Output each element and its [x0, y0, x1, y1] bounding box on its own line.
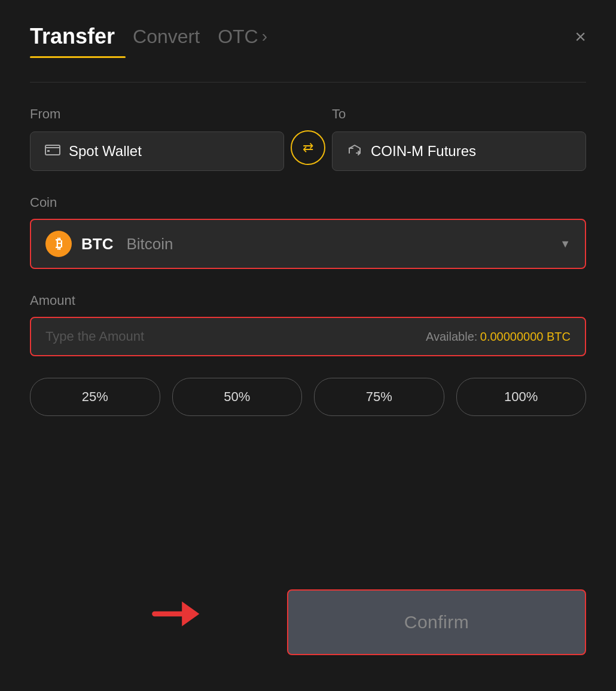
pct-50-button[interactable]: 50% [172, 378, 303, 416]
chevron-right-icon: › [262, 27, 267, 46]
coin-section: Coin ₿ BTC Bitcoin ▼ [30, 195, 586, 269]
to-column: To COIN-M Futures [332, 106, 586, 171]
modal-header: Transfer Convert OTC › × [30, 24, 586, 49]
coin-label: Coin [30, 195, 586, 210]
amount-label: Amount [30, 293, 586, 308]
to-label: To [332, 106, 586, 122]
amount-section: Amount Type the Amount Available: 0.0000… [30, 293, 586, 356]
section-divider [30, 82, 586, 82]
amount-input-wrapper[interactable]: Type the Amount Available: 0.00000000 BT… [30, 317, 586, 356]
from-to-section: From Spot Wallet ⇄ To [30, 106, 586, 171]
close-button[interactable]: × [575, 27, 586, 46]
coin-selector[interactable]: ₿ BTC Bitcoin ▼ [30, 219, 586, 269]
confirm-button[interactable]: Confirm [287, 589, 586, 655]
transfer-modal: Transfer Convert OTC › × From Spot Walle… [0, 0, 616, 691]
tab-transfer[interactable]: Transfer [30, 24, 115, 49]
bottom-area: Confirm [30, 577, 586, 655]
coin-symbol: BTC [81, 235, 113, 253]
from-wallet-selector[interactable]: Spot Wallet [30, 132, 284, 171]
pct-100-button[interactable]: 100% [456, 378, 587, 416]
available-info: Available: 0.00000000 BTC [426, 330, 571, 344]
arrow-indicator [150, 587, 209, 643]
to-wallet-label: COIN-M Futures [371, 143, 476, 160]
available-value: 0.00000000 BTC [480, 330, 571, 343]
tab-underline [30, 56, 126, 58]
to-wallet-selector[interactable]: COIN-M Futures [332, 132, 586, 171]
btc-icon: ₿ [45, 231, 72, 257]
tab-otc[interactable]: OTC › [218, 26, 267, 48]
chevron-down-icon: ▼ [560, 238, 571, 250]
tab-convert[interactable]: Convert [133, 26, 200, 48]
from-label: From [30, 106, 284, 122]
coin-full-name: Bitcoin [126, 235, 173, 253]
svg-rect-1 [47, 150, 50, 152]
available-label: Available: [426, 330, 477, 343]
pct-75-button[interactable]: 75% [314, 378, 444, 416]
swap-icon: ⇄ [303, 140, 313, 155]
wallet-icon [45, 143, 60, 159]
amount-placeholder: Type the Amount [45, 329, 144, 344]
from-column: From Spot Wallet [30, 106, 284, 171]
futures-icon [347, 143, 362, 160]
percentage-buttons: 25% 50% 75% 100% [30, 378, 586, 416]
swap-button[interactable]: ⇄ [291, 130, 325, 165]
from-wallet-label: Spot Wallet [69, 143, 142, 160]
pct-25-button[interactable]: 25% [30, 378, 160, 416]
swap-container: ⇄ [284, 130, 332, 171]
